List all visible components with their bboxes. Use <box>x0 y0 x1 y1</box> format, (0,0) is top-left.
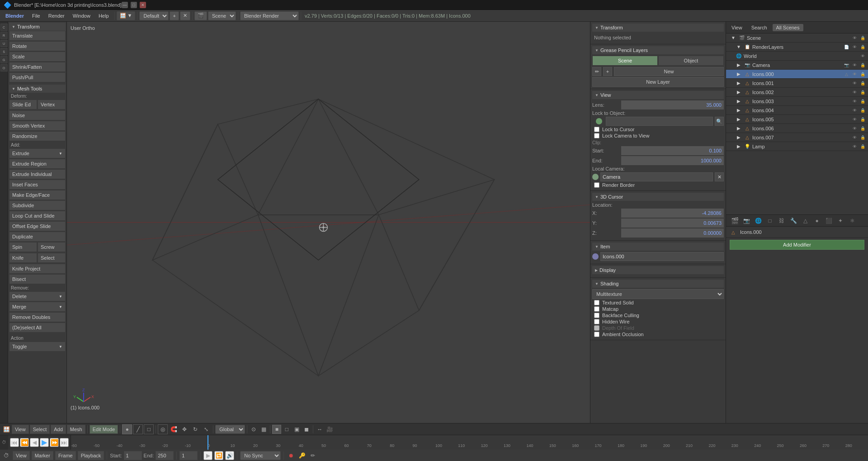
rotate-btn[interactable]: Rotate <box>9 41 66 51</box>
new-btn[interactable]: New <box>614 67 724 76</box>
loop-cut-slide-btn[interactable]: Loop Cut and Slide <box>9 211 66 221</box>
extrude-region-btn[interactable]: Extrude Region <box>9 159 66 169</box>
add-menu-btn[interactable]: Add <box>51 425 66 434</box>
outliner-item-icons006[interactable]: ▶ △ Icons.006 👁 🔒 <box>726 124 868 133</box>
mode-select-btn[interactable]: Edit Mode <box>90 425 118 434</box>
ico007-eye-btn[interactable]: 👁 <box>851 134 858 141</box>
tool-shading-btn[interactable]: S <box>0 48 8 55</box>
ico005-lock-btn[interactable]: 🔒 <box>859 116 866 123</box>
menu-blender[interactable]: Blender <box>2 11 28 20</box>
outliner-item-renderlayers[interactable]: ▼ 📋 RenderLayers 📄 👁 🔒 <box>726 43 868 52</box>
menu-window[interactable]: Window <box>69 11 94 20</box>
outliner-item-icons003[interactable]: ▶ △ Icons.003 👁 🔒 <box>726 97 868 106</box>
scene-eye-btn[interactable]: 👁 <box>851 34 858 42</box>
lock-cursor-checkbox[interactable] <box>594 127 599 132</box>
play-loop-btn[interactable]: 🔁 <box>214 451 223 460</box>
lock-camera-checkbox[interactable] <box>594 133 599 138</box>
mesh-tools-section-header[interactable]: Mesh Tools <box>9 85 66 93</box>
translate-btn[interactable]: Translate <box>9 31 66 41</box>
ico004-lock-btn[interactable]: 🔒 <box>859 107 866 114</box>
menu-file[interactable]: File <box>28 11 44 20</box>
start-frame-input[interactable] <box>124 451 142 460</box>
play-once-btn[interactable]: ▶ <box>203 451 212 460</box>
prop-modifier-tab[interactable]: 🔧 <box>788 216 798 226</box>
menu-render[interactable]: Render <box>45 11 68 20</box>
lock-object-input[interactable] <box>606 117 713 126</box>
viewport-canvas[interactable] <box>67 22 590 423</box>
bottom-playback-btn[interactable]: Playback <box>78 451 104 460</box>
pencil-icon-btn[interactable]: ✏ <box>592 67 601 76</box>
jump-start-btn[interactable]: ⏮ <box>10 438 19 447</box>
manip-icon[interactable]: ↔ <box>315 425 324 434</box>
ico000-lock-btn[interactable]: 🔒 <box>859 71 866 78</box>
vertex-btn[interactable]: Vertex <box>38 100 66 109</box>
mesh-menu-btn[interactable]: Mesh <box>67 425 85 434</box>
outliner-item-icons001[interactable]: ▶ △ Icons.001 👁 🔒 <box>726 79 868 88</box>
subdivide-btn[interactable]: Subdivide <box>9 200 66 210</box>
editor-type-btn[interactable]: 🪟 ▼ <box>117 11 136 20</box>
outliner-item-scene[interactable]: ▼ 🎬 Scene 👁 🔒 <box>726 33 868 43</box>
item-name-input[interactable] <box>600 252 724 261</box>
gpencil-icon[interactable]: ✏ <box>308 451 317 460</box>
render-mode-solid-icon[interactable]: ■ <box>272 425 281 434</box>
ambient-occlusion-checkbox[interactable] <box>594 332 599 337</box>
world-eye-btn[interactable]: 👁 <box>859 52 866 60</box>
select-menu-btn[interactable]: Select <box>30 425 50 434</box>
ico007-lock-btn[interactable]: 🔒 <box>859 134 866 141</box>
shrink-fatten-btn[interactable]: Shrink/Fatten <box>9 62 66 72</box>
prop-texture-tab[interactable]: ⬛ <box>824 216 834 226</box>
jump-end-btn[interactable]: ⏭ <box>60 438 69 447</box>
rl-icon-btn[interactable]: 📄 <box>843 43 850 51</box>
end-frame-input[interactable] <box>156 451 174 460</box>
scale-icon[interactable]: ⤡ <box>201 424 211 434</box>
outliner-item-camera[interactable]: ▶ 📷 Camera 📷 👁 🔒 <box>726 61 868 70</box>
lock-object-search-btn[interactable]: 🔍 <box>715 117 724 126</box>
offset-edge-slide-btn[interactable]: Offset Edge Slide <box>9 221 66 231</box>
ico002-lock-btn[interactable]: 🔒 <box>859 89 866 96</box>
bottom-frame-btn[interactable]: Frame <box>55 451 76 460</box>
pivot-icon[interactable]: ⊙ <box>249 425 258 434</box>
layers-icon[interactable]: ▦ <box>259 425 268 434</box>
timeline-ruler[interactable]: -60-50-40-30-20-100102030405060708090100… <box>71 435 868 450</box>
rl-lock-btn[interactable]: 🔒 <box>859 43 866 51</box>
tool-grease-btn[interactable]: G <box>0 56 8 63</box>
extrude-individual-btn[interactable]: Extrude Individual <box>9 169 66 179</box>
end-input[interactable] <box>621 156 724 165</box>
sync-select[interactable]: No Sync Frame Dropping AV-sync <box>240 451 281 460</box>
lens-input[interactable] <box>621 100 724 109</box>
knife-btn[interactable]: Knife <box>9 253 37 263</box>
prop-render-tab[interactable]: 📷 <box>741 216 751 226</box>
toggle-dropdown[interactable]: Toggle <box>9 342 66 352</box>
camera-clear-btn[interactable]: ✕ <box>715 172 724 181</box>
scene-icon-btn[interactable]: 🎬 <box>194 11 207 20</box>
scene-lock-btn[interactable]: 🔒 <box>859 34 866 42</box>
rotate-icon[interactable]: ↻ <box>190 424 200 434</box>
transform-section-header[interactable]: Transform <box>9 23 66 31</box>
view-menu-btn[interactable]: View <box>12 425 29 434</box>
prop-world-tab[interactable]: 🌐 <box>753 216 763 226</box>
layout-select[interactable]: Default <box>139 11 169 20</box>
step-fwd-btn[interactable]: ⏩ <box>50 438 59 447</box>
close-btn[interactable]: ✕ <box>140 2 146 8</box>
lamp-lock-btn[interactable]: 🔒 <box>859 143 866 150</box>
select-btn[interactable]: Select <box>38 253 66 263</box>
tool-uvs-btn[interactable]: U <box>0 40 8 47</box>
transform-orientation-select[interactable]: Global Local Normal <box>215 425 245 434</box>
cursor-3d-header[interactable]: 3D Cursor <box>592 193 724 201</box>
lamp-eye-btn[interactable]: 👁 <box>851 143 858 150</box>
ico006-eye-btn[interactable]: 👁 <box>851 125 858 132</box>
vertex-mode-icon[interactable]: ● <box>122 424 132 434</box>
camera-view-icon[interactable]: 🎥 <box>325 425 334 434</box>
ico002-eye-btn[interactable]: 👁 <box>851 89 858 96</box>
prop-constraints-tab[interactable]: ⛓ <box>777 216 787 226</box>
tool-options-btn[interactable]: O <box>0 64 8 71</box>
vt-editor-icon[interactable]: 🪟 <box>2 425 11 434</box>
prop-material-tab[interactable]: ● <box>812 216 822 226</box>
view-panel-header[interactable]: View <box>592 91 724 99</box>
audio-btn[interactable]: 🔊 <box>225 451 234 460</box>
depth-of-field-checkbox[interactable] <box>594 325 599 331</box>
spin-btn[interactable]: Spin <box>9 242 37 252</box>
outliner-item-icons005[interactable]: ▶ △ Icons.005 👁 🔒 <box>726 115 868 124</box>
playhead[interactable] <box>208 435 208 450</box>
x-input[interactable] <box>621 209 724 218</box>
